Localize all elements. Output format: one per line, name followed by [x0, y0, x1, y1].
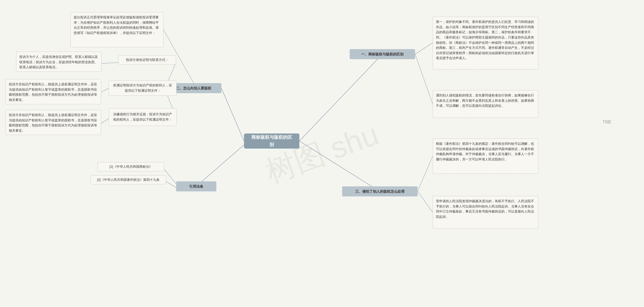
- content-13-text: 受申请的人民法院发现仲裁裁决违法的，有权不予执行。人民法院不予执行的，当事人可以…: [436, 199, 534, 219]
- central-node: 商标版权与版权的区别: [244, 133, 299, 149]
- content-2-text: 投诉方身份证明与联系方式：: [126, 57, 169, 63]
- content-1-text: 提出投诉正式受理举报者举证处理反馈版权侵权投诉受理要求：为在维护知识产权权利人合…: [74, 16, 159, 35]
- svg-line-0: [299, 54, 382, 141]
- content-11-text: 遇到别人侵犯版权的情况，首先要同侵权者自行协商，如果能够在行为发生之后和解，两方…: [436, 94, 534, 108]
- content-node-2: 投诉方身份证明与联系方式：: [118, 55, 176, 64]
- content-node-5: 权属证明投诉方为知识产权的权利人，应提供以下权属证明文件：: [109, 81, 177, 96]
- content-5-text: 权属证明投诉方为知识产权的权利人，应提供以下权属证明文件：: [112, 83, 173, 93]
- content-node-7: 涉嫌侵权行为相关证据：投诉方为知识产权的权利人，应提供以下权属证明文件：: [109, 108, 177, 126]
- content-12-text: 根据《著作权法》第四十九条的规定：著作权合同纠纷可以调解，也可以依据合同中的仲裁…: [436, 142, 534, 161]
- watermark-text: 树图 shu: [260, 114, 384, 193]
- svg-line-4: [415, 43, 433, 54]
- content-4-text: 投诉方非知识产权权利人，除提供上述权属证明文件外，还应当提供由知识产权权利人签字…: [9, 83, 97, 102]
- content-node-13: 受申请的人民法院发现仲裁裁决违法的，有权不予执行。人民法院不予执行的，当事人可以…: [433, 196, 538, 229]
- title-corner-text: TitlE: [602, 119, 611, 124]
- svg-line-16: [165, 181, 176, 188]
- content-node-1: 提出投诉正式受理举报者举证处理反馈版权侵权投诉受理要求：为在维护知识产权权利人合…: [70, 12, 164, 47]
- section-1-label: 一、商标版权与版权的区别: [361, 51, 404, 57]
- section-node-3: 三、侵犯了别人的版权怎么处理: [342, 186, 418, 196]
- content-10-text: 第一，保护的对象不同。著作权保护的是供人们欣赏、学习和阅读的作品，如小说等；商标…: [436, 20, 534, 60]
- content-node-6: 投诉方非知识产权权利人，除提供上述权属证明文件外，还应当提供由知识产权权利人签字…: [6, 110, 101, 135]
- svg-line-3: [196, 145, 244, 186]
- content-node-8: [1]《中华人民共和国商标法》: [98, 162, 164, 171]
- content-8-text: [1]《中华人民共和国商标法》: [109, 164, 152, 169]
- content-node-12: 根据《著作权法》第四十九条的规定：著作权合同纠纷可以调解，也可以依据合同中的仲裁…: [433, 139, 538, 174]
- svg-line-2: [299, 141, 380, 191]
- svg-line-12: [101, 88, 109, 92]
- svg-line-14: [101, 119, 109, 123]
- central-label: 商标版权与版权的区别: [250, 134, 294, 148]
- content-node-10: 第一，保护的对象不同。著作权保护的是供人们欣赏、学习和阅读的作品，如小说等；商标…: [433, 17, 538, 70]
- content-7-text: 涉嫌侵权行为相关证据：投诉方为知识产权的权利人，应提供以下权属证明文件：: [112, 112, 173, 122]
- svg-line-1: [221, 88, 244, 141]
- content-node-9: [2]《中华人民共和国著作权法》第四十九条: [91, 175, 166, 184]
- content-node-4: 投诉方非知识产权权利人，除提供上述权属证明文件外，还应当提供由知识产权权利人签字…: [6, 79, 101, 104]
- corner-title: TitlE: [602, 119, 611, 125]
- section-node-1: 一、商标版权与版权的区别: [350, 49, 415, 59]
- section-2-label: 二、怎么向别人要版权: [176, 85, 211, 91]
- content-9-text: [2]《中华人民共和国著作权法》第四十九条: [97, 177, 159, 183]
- section-4-label: 引用法条: [189, 184, 203, 189]
- content-6-text: 投诉方非知识产权权利人，除提供上述权属证明文件外，还应当提供由知识产权权利人签字…: [9, 113, 97, 132]
- section-node-4: 引用法条: [176, 181, 216, 191]
- svg-line-10: [102, 62, 118, 63]
- content-node-11: 遇到别人侵犯版权的情况，首先要同侵权者自行协商，如果能够在行为发生之后和解，两方…: [433, 90, 538, 118]
- svg-line-5: [415, 54, 433, 104]
- mind-map-canvas: 树图 shu: [0, 0, 644, 307]
- content-node-3: 投诉方为个人，应提供身份证或护照、联系人邮箱以及联系电话；投诉方为企业，应提供经…: [16, 52, 102, 72]
- svg-line-7: [418, 191, 433, 212]
- content-3-text: 投诉方为个人，应提供身份证或护照、联系人邮箱以及联系电话；投诉方为企业，应提供经…: [19, 55, 98, 69]
- section-3-label: 三、侵犯了别人的版权怎么处理: [355, 189, 405, 194]
- svg-line-6: [418, 156, 433, 191]
